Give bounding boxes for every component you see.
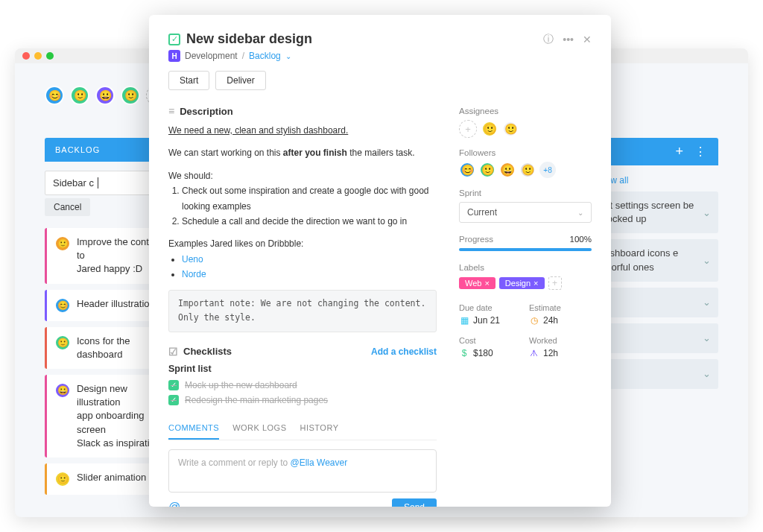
checklists-heading: Checklists bbox=[183, 346, 232, 357]
due-date[interactable]: ▦Jun 21 bbox=[459, 315, 522, 326]
progress-value: 100% bbox=[570, 235, 592, 244]
progress-label: Progress bbox=[459, 235, 493, 244]
checkbox-icon: ✓ bbox=[168, 395, 179, 405]
link-norde[interactable]: Norde bbox=[182, 269, 206, 279]
window-max-dot[interactable] bbox=[46, 52, 54, 60]
checklist-icon: ☑ bbox=[168, 346, 178, 358]
chevron-down-icon: ⌄ bbox=[577, 209, 583, 217]
avatar[interactable]: 😊 bbox=[45, 86, 64, 105]
calendar-icon: ▦ bbox=[459, 315, 469, 326]
add-label-button[interactable]: + bbox=[548, 276, 562, 290]
window-close-dot[interactable] bbox=[22, 52, 30, 60]
project-badge[interactable]: H bbox=[168, 50, 180, 62]
chevron-down-icon: ⌄ bbox=[703, 332, 711, 343]
avatar[interactable]: 🙂 bbox=[519, 162, 536, 178]
followers-label: Followers bbox=[459, 148, 592, 157]
info-icon[interactable]: ⓘ bbox=[543, 33, 554, 46]
checklist-item[interactable]: ✓ Mock up the new dashboard bbox=[168, 380, 437, 390]
avatar[interactable]: 😀 bbox=[499, 162, 516, 178]
labels-label: Labels bbox=[459, 263, 592, 272]
remove-icon: × bbox=[484, 279, 489, 288]
menu-icon[interactable]: ⋮ bbox=[694, 145, 708, 159]
avatar[interactable]: 🙂 bbox=[502, 121, 519, 137]
start-button[interactable]: Start bbox=[168, 71, 209, 90]
avatar[interactable]: 🙂 bbox=[479, 162, 496, 178]
chevron-down-icon: ⌄ bbox=[703, 207, 711, 218]
chevron-down-icon: ⌄ bbox=[703, 368, 711, 379]
description-icon: ≡ bbox=[168, 105, 174, 117]
sprint-select[interactable]: Current ⌄ bbox=[459, 202, 592, 223]
checkbox-icon: ✓ bbox=[168, 380, 179, 390]
checklist-item[interactable]: ✓ Redesign the main marketing pages bbox=[168, 395, 437, 405]
task-detail-modal: ✓ New sidebar design ⓘ ••• ✕ H Developme… bbox=[149, 15, 611, 507]
mention-icon[interactable]: @ bbox=[168, 501, 180, 507]
sprint-label: Sprint bbox=[459, 189, 592, 197]
remove-icon: × bbox=[534, 279, 538, 288]
send-button[interactable]: Send bbox=[392, 498, 437, 507]
more-followers[interactable]: +8 bbox=[539, 162, 556, 178]
breadcrumb: H Development / Backlog ⌄ bbox=[168, 50, 592, 62]
estimate[interactable]: ◷24h bbox=[529, 315, 592, 326]
tab-history[interactable]: HISTORY bbox=[300, 417, 339, 440]
add-checklist-link[interactable]: Add a checklist bbox=[371, 346, 437, 357]
label-tag[interactable]: Design × bbox=[499, 277, 545, 289]
description-body[interactable]: We need a new, clean and stylish dashboa… bbox=[168, 123, 437, 332]
add-icon[interactable]: + bbox=[675, 144, 684, 159]
description-heading: ≡ Description bbox=[168, 105, 437, 117]
note-box: Important note: We are not changing the … bbox=[168, 290, 437, 332]
clock-icon: ◷ bbox=[529, 315, 539, 326]
task-title[interactable]: New sidebar design bbox=[186, 31, 537, 47]
link-ueno[interactable]: Ueno bbox=[182, 254, 203, 265]
deliver-button[interactable]: Deliver bbox=[215, 71, 265, 90]
chevron-down-icon: ⌄ bbox=[703, 297, 711, 308]
chevron-down-icon[interactable]: ⌄ bbox=[285, 52, 291, 60]
activity-tabs: COMMENTS WORK LOGS HISTORY bbox=[168, 417, 437, 440]
close-icon[interactable]: ✕ bbox=[583, 34, 592, 45]
progress-bar[interactable] bbox=[459, 248, 592, 251]
cancel-button[interactable]: Cancel bbox=[45, 198, 90, 216]
worked[interactable]: ⩚12h bbox=[529, 348, 592, 358]
chevron-down-icon: ⌄ bbox=[703, 255, 711, 266]
dollar-icon: $ bbox=[459, 348, 469, 358]
comment-input[interactable]: Write a comment or reply to @Ella Weaver bbox=[168, 449, 437, 493]
window-min-dot[interactable] bbox=[34, 52, 42, 60]
add-assignee-button[interactable]: + bbox=[459, 120, 477, 138]
more-icon[interactable]: ••• bbox=[563, 34, 574, 45]
avatar[interactable]: 🙂 bbox=[121, 86, 140, 105]
cost[interactable]: $$180 bbox=[459, 348, 522, 358]
avatar[interactable]: 😀 bbox=[95, 86, 115, 105]
avatar[interactable]: 😊 bbox=[459, 162, 475, 178]
tab-worklogs[interactable]: WORK LOGS bbox=[232, 417, 286, 440]
task-complete-checkbox[interactable]: ✓ bbox=[168, 34, 180, 45]
tab-comments[interactable]: COMMENTS bbox=[168, 417, 219, 440]
checklist-title[interactable]: Sprint list bbox=[168, 364, 437, 374]
activity-icon: ⩚ bbox=[529, 348, 539, 358]
avatar[interactable]: 🙂 bbox=[481, 121, 498, 137]
label-tag[interactable]: Web × bbox=[459, 277, 496, 289]
avatar[interactable]: 🙂 bbox=[70, 86, 89, 105]
assignees-label: Assignees bbox=[459, 107, 592, 115]
